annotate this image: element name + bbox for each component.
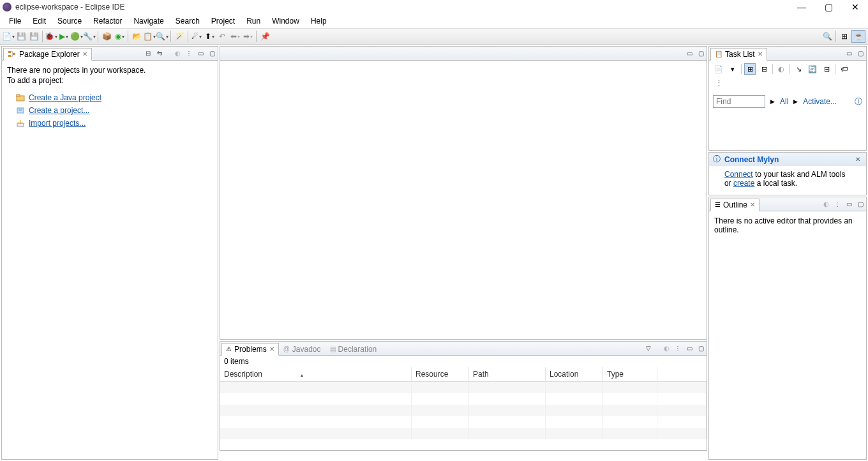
maximize-editor-icon[interactable]: ▢: [696, 49, 705, 58]
pin-editor-button[interactable]: 📌: [259, 30, 271, 43]
view-menu-icon[interactable]: ⋮: [184, 49, 193, 58]
close-icon[interactable]: ✕: [82, 50, 87, 57]
col-description[interactable]: Description▴: [220, 367, 412, 381]
minimize-view-icon[interactable]: ▭: [844, 49, 853, 58]
tab-package-explorer[interactable]: Package Explorer ✕: [3, 48, 92, 61]
new-task-dropdown-icon[interactable]: ▾: [727, 63, 738, 75]
hide-completed-icon[interactable]: ↘: [793, 63, 804, 75]
maximize-view-icon[interactable]: ▢: [856, 49, 865, 58]
new-task-button[interactable]: 📄: [713, 63, 724, 75]
window-maximize-button[interactable]: ▢: [822, 2, 835, 12]
focus-task-icon[interactable]: ◐: [662, 344, 671, 353]
tab-problems[interactable]: ⚠ Problems ✕: [221, 343, 279, 356]
all-filter-link[interactable]: All: [780, 97, 788, 106]
new-class-button[interactable]: ◉: [114, 30, 125, 43]
focus-workweek-icon[interactable]: ◐: [775, 63, 787, 75]
categorized-icon[interactable]: ⊞: [744, 63, 756, 75]
run-button[interactable]: ▶: [58, 30, 70, 43]
table-row: [220, 382, 707, 393]
search-button[interactable]: 🔍: [156, 30, 168, 43]
focus-task-icon[interactable]: ◐: [173, 49, 182, 58]
tab-javadoc[interactable]: @ Javadoc: [279, 343, 326, 356]
task-find-input[interactable]: [713, 95, 765, 108]
eclipse-logo-icon: [3, 3, 11, 11]
activate-link[interactable]: Activate...: [803, 97, 837, 106]
package-explorer-icon: [8, 50, 17, 58]
col-path[interactable]: Path: [469, 367, 546, 381]
link-editor-icon[interactable]: ⇆: [155, 49, 164, 58]
minimize-editor-icon[interactable]: ▭: [685, 49, 694, 58]
scheduled-icon[interactable]: ⊟: [758, 63, 770, 75]
save-button[interactable]: 💾: [15, 30, 27, 43]
focus-task-icon[interactable]: ◐: [821, 200, 830, 209]
menu-search[interactable]: Search: [170, 15, 205, 27]
collapse-all-icon[interactable]: ⊟: [821, 63, 832, 75]
task-ui-legend-icon[interactable]: 🏷: [838, 63, 849, 75]
col-resource[interactable]: Resource: [412, 367, 469, 381]
help-icon[interactable]: ⓘ: [855, 96, 862, 107]
menu-window[interactable]: Window: [267, 15, 304, 27]
col-spacer: [657, 367, 707, 381]
window-minimize-button[interactable]: —: [795, 2, 808, 12]
create-task-link[interactable]: create: [733, 179, 754, 188]
task-list-label: Task List: [725, 50, 755, 59]
view-menu-icon[interactable]: ⋮: [673, 344, 682, 353]
menu-run[interactable]: Run: [241, 15, 266, 27]
close-icon[interactable]: ✕: [853, 155, 862, 164]
play-icon[interactable]: ▶: [793, 98, 798, 105]
tab-outline[interactable]: ☰ Outline ✕: [710, 199, 760, 211]
filter-icon[interactable]: ▽: [644, 344, 653, 353]
minimize-view-icon[interactable]: ▭: [685, 344, 694, 353]
prev-edit-button[interactable]: ↶: [216, 30, 228, 43]
window-close-button[interactable]: ✕: [849, 2, 862, 12]
external-tools-button[interactable]: 🔧: [84, 30, 95, 43]
menu-source[interactable]: Source: [52, 15, 87, 27]
menu-file[interactable]: File: [4, 15, 26, 27]
back-button[interactable]: ⬅: [229, 30, 241, 43]
import-projects-link[interactable]: Import projects...: [29, 119, 86, 128]
maximize-view-icon[interactable]: ▢: [696, 344, 705, 353]
task-list-icon: 📋: [715, 50, 722, 57]
create-java-project-link[interactable]: Create a Java project: [29, 93, 101, 102]
open-perspective-button[interactable]: ⊞: [839, 30, 850, 43]
close-icon[interactable]: ✕: [750, 201, 755, 208]
play-icon[interactable]: ▶: [770, 98, 775, 105]
menu-edit[interactable]: Edit: [27, 15, 51, 27]
maximize-view-icon[interactable]: ▢: [207, 49, 216, 58]
create-project-link[interactable]: Create a project...: [29, 106, 89, 115]
maximize-view-icon[interactable]: ▢: [856, 200, 865, 209]
menu-help[interactable]: Help: [306, 15, 332, 27]
col-type[interactable]: Type: [603, 367, 657, 381]
synchronize-icon[interactable]: 🔄: [807, 63, 818, 75]
connect-link[interactable]: Connect: [724, 170, 753, 179]
close-icon[interactable]: ✕: [758, 50, 763, 57]
view-menu-icon[interactable]: ⋮: [833, 200, 842, 209]
menu-refactor[interactable]: Refactor: [88, 15, 127, 27]
outline-view: ☰ Outline ✕ ◐ ⋮ ▭ ▢ There is no active e…: [708, 197, 867, 460]
tab-task-list[interactable]: 📋 Task List ✕: [710, 48, 767, 61]
menu-project[interactable]: Project: [206, 15, 240, 27]
new-button[interactable]: 📄: [3, 30, 14, 43]
quick-access-button[interactable]: 🔍: [821, 30, 833, 43]
tab-declaration[interactable]: ▤ Declaration: [326, 343, 382, 356]
java-perspective-button[interactable]: ☕: [851, 30, 865, 43]
separator-icon: [835, 31, 836, 42]
col-location[interactable]: Location: [546, 367, 603, 381]
save-all-button[interactable]: 💾: [28, 30, 40, 43]
minimize-view-icon[interactable]: ▭: [196, 49, 205, 58]
new-package-button[interactable]: 📦: [101, 30, 112, 43]
debug-button[interactable]: 🐞: [45, 30, 57, 43]
open-type-button[interactable]: 📂: [131, 30, 142, 43]
minimize-view-icon[interactable]: ▭: [844, 200, 853, 209]
outline-body: There is no active editor that provides …: [709, 211, 866, 459]
open-task-button[interactable]: 📋: [144, 30, 155, 43]
close-icon[interactable]: ✕: [269, 345, 274, 352]
forward-button[interactable]: ➡: [242, 30, 253, 43]
collapse-all-icon[interactable]: ⊟: [144, 49, 153, 58]
coverage-button[interactable]: 🟢: [71, 30, 82, 43]
view-menu-icon[interactable]: ⋮: [713, 77, 724, 89]
annotation-nav-button[interactable]: ⬆: [204, 30, 215, 43]
menu-navigate[interactable]: Navigate: [128, 15, 168, 27]
wand-button[interactable]: 🪄: [174, 30, 185, 43]
toggle-mark-button[interactable]: ☄: [191, 30, 202, 43]
